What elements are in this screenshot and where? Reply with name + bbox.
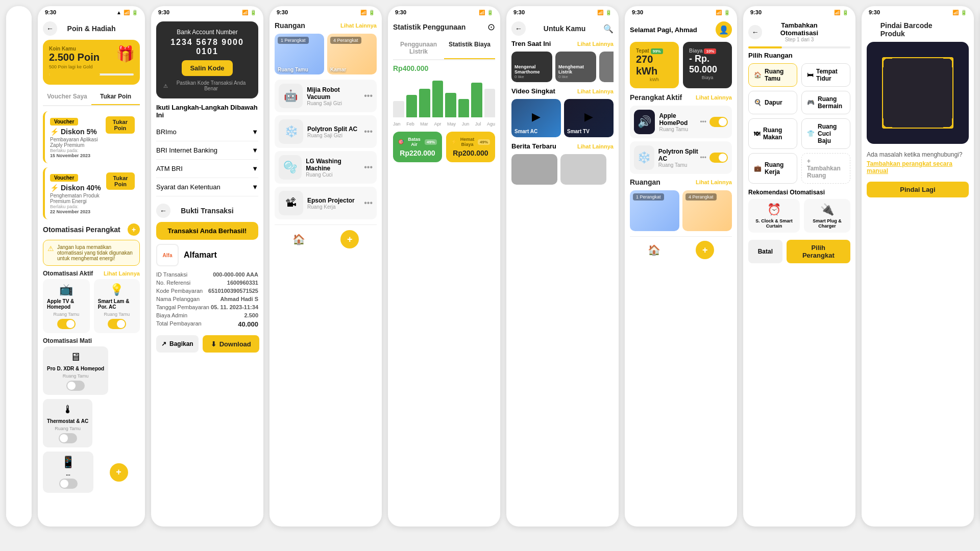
video-header: Video Singkat Lihat Lainnya <box>511 87 614 95</box>
trending-item-2[interactable] <box>599 52 614 82</box>
room-btn-1[interactable]: 🛏Tempat Tidur <box>801 63 850 87</box>
step-syarat[interactable]: Syarat dan Ketentuan ▼ <box>156 178 258 196</box>
add-device-btn[interactable]: + <box>110 463 128 482</box>
toggle-1[interactable] <box>709 153 728 163</box>
news-item-0[interactable] <box>511 154 557 185</box>
alfamart-name: Alfamart <box>184 251 217 260</box>
active-device-1: 📺 Apple TV & Homepod Ruang Tamu <box>43 279 90 333</box>
search-btn-5[interactable]: 🔍 <box>603 24 614 34</box>
device-name-3: Epson Projector <box>307 197 355 204</box>
question-text: Ada masalah ketika menghubungi? <box>867 151 969 158</box>
video-card-1[interactable]: ▶ Smart TV <box>564 99 614 137</box>
room-btn-add[interactable]: + Tambahkan Ruang <box>801 153 850 184</box>
phone-tambah-otomasi: 9:30 📶🔋 ← Tambahkan Otomatisasi Step 1 d… <box>743 6 855 527</box>
download-btn[interactable]: ⬇ Download <box>203 335 259 353</box>
lihat-otomasi[interactable]: Lihat Lainnya <box>104 270 140 277</box>
scan-again-btn[interactable]: Pindai Lagi <box>867 182 969 197</box>
trending-item-1[interactable]: Menghemat Listrik 0 like <box>555 52 596 82</box>
trending-header: Tren Saat Ini Lihat Lainnya <box>511 40 614 47</box>
share-icon: ↗ <box>161 340 166 347</box>
bar-1 <box>406 95 418 117</box>
receipt-title: Bukti Transaksi <box>181 207 234 215</box>
news-item-1[interactable] <box>560 154 606 185</box>
lihat-news[interactable]: Lihat Lainnya <box>577 143 614 149</box>
voucher-sub-1: Pembayaran Aplikasi Zaply Premium <box>50 137 106 148</box>
step-atm-bri[interactable]: ATM BRI ▼ <box>156 160 258 178</box>
status-bar-4: 9:30 📶🔋 <box>388 6 500 16</box>
room-btn-2[interactable]: 🍳Dapur <box>748 91 797 114</box>
voucher-item-2: Voucher ⚡Diskon 40% Penghematan Produk P… <box>43 167 140 219</box>
rec-items: ⏰ S. Clock & Smart Curtain 🔌 Smart Plug … <box>748 199 850 233</box>
active-name-1: Polytron Split AC <box>658 148 700 162</box>
summary-card-1: ⚡Hemat Biaya49% Rp200.000 <box>446 132 495 162</box>
share-btn[interactable]: ↗ Bagikan <box>156 335 199 353</box>
step-bri-internet[interactable]: BRI Internet Banking ▼ <box>156 141 258 160</box>
room-card-1[interactable]: 1 Perangkat Ruang Tamu <box>275 34 324 74</box>
news-list <box>511 154 614 185</box>
salin-btn[interactable]: Salin Kode <box>182 60 232 76</box>
device-status-0: Ruang Saji Gizi <box>307 101 364 106</box>
bank-title: Bank Account Number <box>163 29 251 36</box>
tab-voucher[interactable]: Voucher Saya <box>43 89 91 105</box>
room-btn-5[interactable]: 👕Ruang Cuci Baju <box>801 118 850 149</box>
receipt-row-6: Total Pembayaran40.000 <box>156 320 258 328</box>
lihat-btn-3[interactable]: Lihat Lainnya <box>340 22 377 29</box>
trending-item-0[interactable]: Mengenal Smarthome 0 like <box>511 52 552 82</box>
bar-5 <box>458 99 470 117</box>
lihat-trending[interactable]: Lihat Lainnya <box>577 41 614 47</box>
receipt-row-1: No. Referensi1600960331 <box>156 280 258 286</box>
back-button-receipt[interactable]: ← <box>156 204 170 218</box>
video-card-0[interactable]: ▶ Smart AC <box>511 99 561 137</box>
phone-perangkat-aktif: 9:30 📶🔋 Selamat Pagi, Ahmad 👤 Tepat 99% … <box>625 6 737 527</box>
voucher-item-1: Voucher ⚡Diskon 5% Pembayaran Aplikasi Z… <box>43 111 140 163</box>
cancel-btn-7[interactable]: Batal <box>748 240 782 263</box>
add-otomasi-btn[interactable]: + <box>128 223 140 236</box>
camera-preview <box>867 42 969 144</box>
lihat-room-6[interactable]: Lihat Lainnya <box>696 179 732 185</box>
beranda-btn[interactable]: 🏠 <box>292 233 305 245</box>
back-btn-7[interactable]: ← <box>748 25 762 39</box>
choose-btn-7[interactable]: Pilih Perangkat <box>787 240 850 263</box>
tukar-btn-2[interactable]: Tukar Poin <box>106 172 135 190</box>
bar-4 <box>445 93 456 117</box>
tab-listrik[interactable]: Penggunaan Listrik <box>393 37 444 59</box>
time-3: 9:30 <box>277 9 288 15</box>
toggle-0[interactable] <box>709 117 728 127</box>
beranda-btn-6[interactable]: 🏠 <box>648 244 660 256</box>
room-name-2: Kamar <box>330 67 346 72</box>
room-card-6-1[interactable]: 4 Perangkat <box>682 190 732 231</box>
back-button-1[interactable]: ← <box>43 21 57 36</box>
room-card-6-0[interactable]: 1 Perangkat <box>630 190 679 231</box>
active-row-1: ❄️ Polytron Split AC Ruang Tamu ••• <box>630 141 732 174</box>
tab-biaya[interactable]: Statistik Biaya <box>444 37 495 59</box>
time-7: 9:30 <box>750 9 762 15</box>
rec-item-1: 🔌 Smart Plug & Charger <box>804 199 850 233</box>
news-header: Berita Terbaru Lihat Lainnya <box>511 142 614 150</box>
bar-0 <box>393 101 404 117</box>
inactive-device-2: 🌡 Thermostat & AC Ruang Tamu <box>43 399 92 447</box>
time-5: 9:30 <box>513 9 525 15</box>
manual-link[interactable]: Tambahkan perangkat secara manual <box>867 160 969 174</box>
add-btn-6[interactable]: + <box>696 241 714 259</box>
alfamart-row: Alfa Alfamart <box>156 244 258 266</box>
lihat-active[interactable]: Lihat Lainnya <box>696 94 732 101</box>
back-btn-5[interactable]: ← <box>511 21 526 36</box>
month-labels: JanFebMarAprMayJunJulAgu <box>393 121 495 127</box>
lihat-video[interactable]: Lihat Lainnya <box>577 88 614 94</box>
filter-icon[interactable]: ⊙ <box>487 21 495 33</box>
rec-item-0: ⏰ S. Clock & Smart Curtain <box>748 199 800 233</box>
tukar-btn-1[interactable]: Tukar Poin <box>106 116 135 134</box>
device-row-0: 🤖 Mijia Robot Vacuum Ruang Saji Gizi ••• <box>275 80 377 112</box>
room-btn-6[interactable]: 💼Ruang Kerja <box>748 153 797 184</box>
add-room-btn[interactable]: + <box>340 230 359 248</box>
room-label-2: 4 Perangkat <box>330 37 361 44</box>
room-card-2[interactable]: 4 Perangkat Kamar <box>327 34 377 74</box>
time-1: 9:30 <box>45 9 56 15</box>
step-brimo[interactable]: BRImo ▼ <box>156 123 258 141</box>
room-btn-0[interactable]: 🏠Ruang Tamu <box>748 63 797 87</box>
room-btn-3[interactable]: 🎮Ruang Bermain <box>801 91 850 114</box>
download-icon: ⬇ <box>211 340 216 348</box>
tab-tukar[interactable]: Tukar Poin <box>91 89 140 105</box>
stat-kwh: Tepat 99% 270 kWh kWh <box>630 42 679 88</box>
room-btn-4[interactable]: 🍽Ruang Makan <box>748 118 797 149</box>
